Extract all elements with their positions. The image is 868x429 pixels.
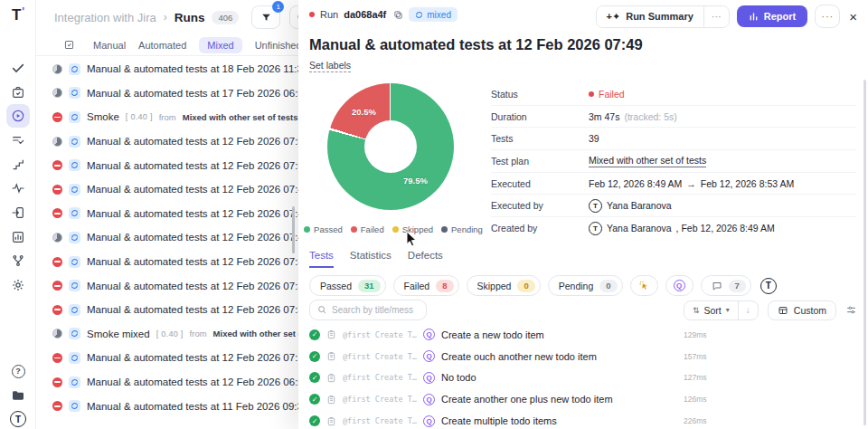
user-avatar: T <box>589 199 602 213</box>
breadcrumb-project[interactable]: Integration with Jira <box>54 11 156 24</box>
run-summary-more-button[interactable]: ··· <box>703 6 729 27</box>
tests-search-input[interactable] <box>332 305 413 315</box>
chip-skipped[interactable]: Skipped0 <box>467 275 541 296</box>
mixed-sync-icon <box>69 352 80 364</box>
runs-play-icon[interactable] <box>6 104 30 128</box>
results-check-icon[interactable] <box>6 56 30 80</box>
tests-toolbar: ⇅Sort▾ ↓ Custom <box>309 300 857 320</box>
run-title: Manual & automated tests at 12 Feb 2026 … <box>87 281 309 291</box>
mixed-sync-icon <box>69 304 80 316</box>
settings-gear-icon[interactable] <box>6 273 30 297</box>
chip-pending[interactable]: Pending0 <box>548 275 623 296</box>
test-row[interactable]: ✓ @first Create T… Q Create ouch another… <box>309 346 857 367</box>
import-icon[interactable] <box>6 201 30 224</box>
tab-automated[interactable]: Automated <box>138 40 186 51</box>
test-cases-icon[interactable] <box>6 81 30 104</box>
set-labels-link[interactable]: Set labels <box>309 60 351 72</box>
plans-list-icon[interactable] <box>6 129 30 152</box>
magic-cursor-icon <box>638 280 650 291</box>
assignee-avatar[interactable]: T <box>760 278 777 294</box>
custom-columns-button[interactable]: Custom <box>768 300 836 320</box>
test-row[interactable]: ✓ @first Create T… Q Create multiple tod… <box>309 410 857 429</box>
tests-list: ✓ @first Create T… Q Create a new todo i… <box>309 324 857 429</box>
run-bracket: [ 0.40 ] <box>156 329 184 338</box>
test-row[interactable]: ✓ @first Create T… Q Create a new todo i… <box>309 324 857 346</box>
run-summary-split-button: +✦Run Summary ··· <box>596 5 730 28</box>
breadcrumb-separator: › <box>164 11 167 24</box>
run-status-icon <box>52 88 62 98</box>
sort-direction-button[interactable]: ↓ <box>738 301 758 319</box>
run-bracket: [ 0.40 ] <box>126 112 153 121</box>
tab-unfinished[interactable]: Unfinished <box>255 40 302 51</box>
run-status-icon <box>52 137 62 147</box>
tab-manual[interactable]: Manual <box>93 40 126 51</box>
more-actions-button[interactable]: ··· <box>815 5 840 28</box>
copy-icon[interactable] <box>393 10 403 20</box>
list-scrollbar[interactable] <box>292 206 295 253</box>
passed-check-icon: ✓ <box>309 372 320 383</box>
mixed-sync-icon <box>69 280 80 291</box>
clipboard-icon <box>326 329 336 339</box>
analytics-chart-icon[interactable] <box>6 225 30 249</box>
close-panel-icon[interactable]: × <box>849 9 857 24</box>
breadcrumb-section: Runs <box>175 11 205 24</box>
branch-icon[interactable] <box>6 249 30 272</box>
sort-button[interactable]: ⇅Sort▾ <box>684 301 738 319</box>
passed-check-icon: ✓ <box>309 351 320 362</box>
donut-hole <box>364 120 417 173</box>
run-summary-button[interactable]: +✦Run Summary <box>597 6 703 27</box>
mixed-sync-icon <box>69 159 80 171</box>
test-title: Create multiple todo items <box>441 415 557 426</box>
app-logo[interactable]: T' <box>0 4 36 27</box>
panel-scrollbar[interactable] <box>863 80 866 425</box>
mixed-sync-icon <box>69 207 80 219</box>
run-status-icon <box>52 305 62 315</box>
tab-defects[interactable]: Defects <box>408 250 443 268</box>
run-status-icon <box>52 329 62 338</box>
report-button[interactable]: Report <box>737 5 807 27</box>
run-status-dot <box>309 12 315 17</box>
test-row[interactable]: ✓ @first Create T… Q Create another one … <box>309 388 857 410</box>
mixed-type-badge[interactable]: mixed <box>409 7 458 22</box>
mixed-sync-icon <box>69 136 80 148</box>
run-title: Manual & automated tests at 12 Feb 2026 … <box>87 377 309 387</box>
tab-tests[interactable]: Tests <box>309 250 334 268</box>
test-tag: @first Create T… <box>343 395 417 404</box>
chart-legend: Passed Failed Skipped Pending <box>298 224 488 234</box>
tab-mixed[interactable]: Mixed <box>199 37 241 53</box>
mixed-sync-icon <box>69 328 80 339</box>
user-avatar[interactable]: T <box>6 407 30 429</box>
sparkle-icon: +✦ <box>607 11 621 23</box>
run-title: Smoke <box>87 111 119 122</box>
run-title: Manual & automated tests at 12 Feb 2026 … <box>87 136 309 147</box>
legend-passed: Passed <box>304 224 343 234</box>
clipboard-icon <box>326 373 336 383</box>
view-settings-icon[interactable] <box>845 304 857 316</box>
chip-passed[interactable]: Passed31 <box>309 275 386 296</box>
run-title: Manual & automated tests at 18 Feb 2026 … <box>87 63 308 74</box>
run-title-heading: Manual & automated tests at 12 Feb 2026 … <box>309 36 643 53</box>
chip-comments[interactable]: 7 <box>701 275 751 296</box>
projects-folder-icon[interactable] <box>6 384 30 407</box>
test-tag: @first Create T… <box>343 416 417 425</box>
detail-row-tests: Tests 39 <box>491 128 856 150</box>
detail-row-executed: Executed Feb 12, 2026 8:49 AM→Feb 12, 20… <box>491 173 856 195</box>
clipboard-icon <box>326 395 336 405</box>
run-title: Manual & automated tests at 12 Feb 2026 … <box>87 352 309 363</box>
run-status-icon <box>52 353 62 363</box>
chip-automation[interactable]: Q <box>665 275 693 296</box>
test-row[interactable]: ✓ @first Create T… Q No todo 127ms <box>309 367 857 389</box>
help-icon[interactable]: ? <box>6 359 30 383</box>
filter-button[interactable]: 1 <box>251 5 280 29</box>
chip-magic-cursor[interactable] <box>630 275 658 296</box>
milestones-steps-icon[interactable] <box>6 153 30 176</box>
test-plan-link[interactable]: Mixed with other set of tests <box>589 155 706 167</box>
run-title: Manual & automated tests at 12 Feb 2026 … <box>87 256 309 267</box>
passed-check-icon: ✓ <box>309 415 320 426</box>
run-status-icon <box>52 112 62 122</box>
pulse-activity-icon[interactable] <box>6 176 30 200</box>
chip-failed[interactable]: Failed8 <box>393 275 459 296</box>
tab-statistics[interactable]: Statistics <box>350 250 392 268</box>
bulk-select-icon[interactable] <box>63 39 75 51</box>
detail-row-status: Status Failed <box>491 83 856 106</box>
